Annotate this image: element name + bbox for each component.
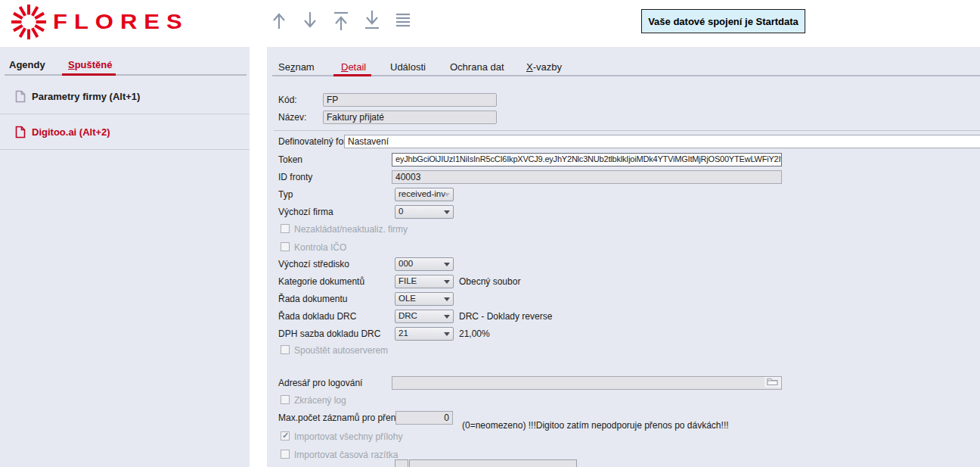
typ-dropdown[interactable]: received-inv <box>395 188 454 201</box>
import-prilohy-label: Importovat všechny přílohy <box>294 431 402 442</box>
chevron-down-icon <box>444 193 450 197</box>
chevron-down-icon <box>444 332 450 336</box>
kategorie-dokumentu-dropdown[interactable]: FILE <box>395 275 454 288</box>
chevron-down-icon <box>444 297 450 301</box>
sidebar-item-parametry-firmy[interactable]: Parametry firmy (Alt+1) <box>0 79 250 114</box>
token-input[interactable]: eyJhbGciOiJIUzI1NiIsInR5cCI6IkpXVCJ9.eyJ… <box>392 153 782 167</box>
rada-dokladu-drc-value: DRC <box>399 311 417 320</box>
chevron-down-icon <box>444 210 450 214</box>
definovatelny-formular-input[interactable]: Nastavení <box>344 135 980 148</box>
field-row-vychozi-stredisko: Výchozí středisko 000 <box>267 257 980 272</box>
field-row-kategorie-dokumentu: Kategorie dokumentů FILE Obecný soubor <box>267 275 980 289</box>
sidebar-tab-spustene[interactable]: Spuštěné <box>68 59 113 70</box>
nezakladat-checkbox[interactable] <box>281 224 290 233</box>
spoustet-autoserverem-label: Spouštět autoserverem <box>294 345 388 356</box>
field-row-token: Token eyJhbGciOiJIUzI1NiIsInR5cCI6IkpXVC… <box>267 153 980 167</box>
field-row-nazev: Název: Faktury přijaté <box>267 111 980 125</box>
menu-button[interactable] <box>393 10 413 33</box>
rada-dokumentu-dropdown[interactable]: OLE <box>395 292 454 306</box>
connection-status-button[interactable]: Vaše datové spojení je Startdata <box>641 9 805 33</box>
import-razitka-label: Importovat časová razítka <box>294 450 398 460</box>
field-row-kod: Kód: FP <box>267 93 980 107</box>
sidebar-item-label: Parametry firmy (Alt+1) <box>32 91 140 102</box>
tabs-divider <box>272 75 980 76</box>
field-row-import-prilohy: Importovat všechny přílohy <box>267 431 980 445</box>
id-fronty-input[interactable]: 40003 <box>392 170 782 184</box>
browse-folder-button[interactable] <box>764 377 781 388</box>
arrow-to-top-button[interactable] <box>331 10 351 33</box>
chevron-down-icon <box>444 263 450 266</box>
field-row-rada-dokladu-drc: Řada dokladu DRC DRC DRC - Doklady rever… <box>267 310 980 324</box>
field-row-adresar: Adresář pro logování <box>267 376 980 391</box>
kategorie-dokumentu-label: Kategorie dokumentů <box>278 276 364 287</box>
document-icon <box>15 126 26 139</box>
document-icon <box>15 90 26 103</box>
nazev-label: Název: <box>278 112 306 123</box>
tab-seznam[interactable]: Seznam <box>278 61 315 73</box>
vychozi-stredisko-label: Výchozí středisko <box>278 259 349 269</box>
folder-icon <box>767 377 779 386</box>
nazev-input[interactable]: Faktury přijaté <box>323 111 497 124</box>
detail-panel: Seznam Detail Události Ochrana dat X-vaz… <box>267 47 980 467</box>
partial-control[interactable] <box>395 459 408 467</box>
zkraceny-log-checkbox[interactable] <box>281 395 290 404</box>
kontrola-ico-label: Kontrola IČO <box>294 242 346 253</box>
kod-input[interactable]: FP <box>323 93 497 107</box>
sidebar-item-label: Digitoo.ai (Alt+2) <box>32 126 110 138</box>
chevron-down-icon <box>444 315 450 319</box>
field-row-dph-sazba-drc: DPH sazba dokladu DRC 21 21,00% <box>267 327 980 341</box>
import-razitka-checkbox[interactable] <box>281 450 290 459</box>
arrow-to-bottom-icon <box>363 10 381 31</box>
vychozi-firma-value: 0 <box>399 207 403 216</box>
arrow-down-icon <box>301 10 319 31</box>
dph-sazba-drc-dropdown[interactable]: 21 <box>395 327 454 341</box>
menu-icon <box>394 10 412 31</box>
sidebar-item-digitoo[interactable]: Digitoo.ai (Alt+2) <box>0 115 250 150</box>
kontrola-ico-checkbox[interactable] <box>281 242 290 251</box>
arrow-up-button[interactable] <box>269 10 289 33</box>
vychozi-stredisko-value: 000 <box>399 259 413 268</box>
app-header: FLORES Vaše dat <box>0 0 980 47</box>
rada-dokladu-drc-label: Řada dokladu DRC <box>278 311 356 322</box>
starburst-icon <box>11 4 47 40</box>
field-row-zkraceny-log: Zkrácený log <box>267 394 980 409</box>
token-label: Token <box>278 154 302 165</box>
field-row-typ: Typ received-inv <box>267 188 980 202</box>
arrow-to-bottom-button[interactable] <box>362 10 382 33</box>
vychozi-stredisko-dropdown[interactable]: 000 <box>395 257 454 271</box>
field-row-spoustet-autoserverem: Spouštět autoserverem <box>267 344 980 359</box>
vychozi-firma-dropdown[interactable]: 0 <box>395 205 454 219</box>
sidebar-tab-agendy[interactable]: Agendy <box>9 59 45 70</box>
tab-udalosti[interactable]: Události <box>390 61 426 73</box>
max-pocet-desc: (0=neomezeno) !!!Digitoo zatím nepodporu… <box>462 420 729 431</box>
tab-x-vazby[interactable]: X-vazby <box>526 61 562 73</box>
chevron-down-icon <box>444 280 450 284</box>
max-pocet-input[interactable]: 0 <box>395 411 453 425</box>
field-row-import-razitka: Importovat časová razítka <box>267 449 980 463</box>
dph-sazba-drc-value: 21 <box>399 328 408 338</box>
group-divider <box>274 130 980 131</box>
arrow-up-icon <box>270 10 288 31</box>
tab-ochrana-dat[interactable]: Ochrana dat <box>450 61 504 73</box>
field-row-definovatelny-formular: Definovatelný formulář: Nastavení <box>267 135 980 149</box>
vychozi-firma-label: Výchozí firma <box>278 207 333 217</box>
flores-logo: FLORES <box>11 4 189 40</box>
kod-label: Kód: <box>278 95 297 105</box>
tab-detail[interactable]: Detail <box>341 61 366 73</box>
rada-dokladu-drc-dropdown[interactable]: DRC <box>395 310 454 323</box>
brand-name: FLORES <box>53 9 189 34</box>
sidebar-tabs: Agendy Spuštěné <box>0 47 250 77</box>
adresar-label: Adresář pro logování <box>278 378 362 388</box>
zkraceny-log-label: Zkrácený log <box>294 395 346 406</box>
rada-dokumentu-label: Řada dokumentu <box>278 294 347 304</box>
adresar-input[interactable] <box>392 376 782 390</box>
max-pocet-label: Max.počet záznamů pro přenos <box>278 413 405 423</box>
field-row-kontrola-ico: Kontrola IČO <box>267 241 980 256</box>
spoustet-autoserverem-checkbox[interactable] <box>281 345 290 354</box>
field-row-rada-dokumentu: Řada dokumentu OLE <box>267 292 980 307</box>
partial-input[interactable] <box>409 459 577 467</box>
arrow-down-button[interactable] <box>300 10 320 33</box>
field-row-nezakladat: Nezakládat/neaktualiz. firmy <box>267 223 980 238</box>
toolbar <box>269 10 413 33</box>
import-prilohy-checkbox[interactable] <box>281 431 290 441</box>
